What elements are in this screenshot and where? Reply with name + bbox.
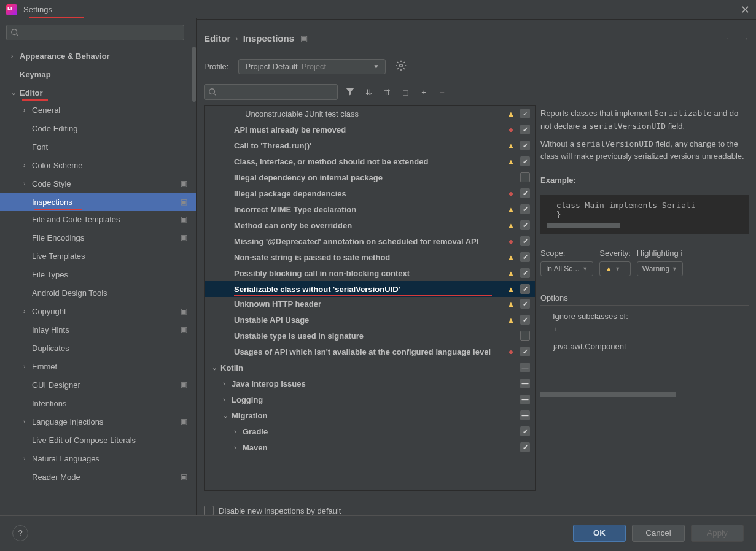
inspection-list[interactable]: Unconstructable JUnit test class▲✓API mu… xyxy=(204,105,536,491)
sidebar-item-emmet[interactable]: ›Emmet xyxy=(0,357,196,376)
scope-dropdown[interactable]: In All Sc…▼ xyxy=(540,261,593,276)
sidebar-item-general[interactable]: ›General xyxy=(0,101,196,119)
gear-icon[interactable] xyxy=(396,60,407,73)
add-icon[interactable]: + xyxy=(418,88,430,97)
inspection-row[interactable]: Incorrect MIME Type declaration▲✓ xyxy=(205,201,535,217)
severity-dropdown[interactable]: ▲▼ xyxy=(599,261,631,276)
sidebar-item-live-templates[interactable]: Live Templates xyxy=(0,247,196,265)
disable-checkbox[interactable] xyxy=(204,506,214,515)
sidebar-item-font[interactable]: Font xyxy=(0,137,196,156)
inspection-row[interactable]: Unknown HTTP header▲✓ xyxy=(205,296,535,312)
inspection-checkbox[interactable]: ✓ xyxy=(520,188,530,198)
inspection-checkbox[interactable]: ✓ xyxy=(520,284,530,294)
inspection-checkbox[interactable]: ✓ xyxy=(520,347,530,356)
inspection-row[interactable]: Method can only be overridden▲✓ xyxy=(205,217,535,233)
inspection-row[interactable]: Unconstructable JUnit test class▲✓ xyxy=(205,106,535,121)
sidebar-item-file-encodings[interactable]: File Encodings▣ xyxy=(0,228,196,247)
opt-add-icon[interactable]: + xyxy=(553,325,558,334)
example-scrollbar[interactable] xyxy=(547,223,620,228)
ok-button[interactable]: OK xyxy=(573,525,626,542)
inspection-row[interactable]: Non-safe string is passed to safe method… xyxy=(205,249,535,265)
nav-forward-icon[interactable]: → xyxy=(741,34,749,43)
reset-icon[interactable]: ◻ xyxy=(399,88,411,97)
opt-remove-icon[interactable]: − xyxy=(565,325,570,334)
inspection-checkbox[interactable]: — xyxy=(520,363,530,372)
sidebar-item-live-edit-of-compose-literals[interactable]: Live Edit of Compose Literals xyxy=(0,431,196,449)
settings-tree[interactable]: ›Appearance & BehaviorKeymap⌄Editor›Gene… xyxy=(0,47,196,515)
nav-back-icon[interactable]: ← xyxy=(725,34,733,43)
highlight-dropdown[interactable]: Warning▼ xyxy=(637,261,683,276)
inspection-checkbox[interactable]: ✓ xyxy=(520,252,530,262)
inspection-checkbox[interactable]: ✓ xyxy=(520,141,530,150)
inspection-checkbox[interactable]: ✓ xyxy=(520,442,530,452)
inspection-row[interactable]: ›Java interop issues— xyxy=(205,376,535,391)
sidebar-item-natural-languages[interactable]: ›Natural Languages xyxy=(0,449,196,468)
sidebar-item-reader-mode[interactable]: Reader Mode▣ xyxy=(0,468,196,486)
inspection-search-input[interactable] xyxy=(204,84,338,100)
inspection-row[interactable]: ›Logging— xyxy=(205,391,535,407)
sidebar-item-label: General xyxy=(32,106,60,115)
inspection-row[interactable]: Unstable API Usage▲✓ xyxy=(205,312,535,328)
sidebar-item-copyright[interactable]: ›Copyright▣ xyxy=(0,302,196,320)
sidebar-scrollbar[interactable] xyxy=(192,47,196,102)
sidebar-item-file-and-code-templates[interactable]: File and Code Templates▣ xyxy=(0,210,196,228)
chevron-icon: › xyxy=(23,107,32,114)
inspection-checkbox[interactable]: ✓ xyxy=(520,156,530,166)
collapse-all-icon[interactable]: ⇈ xyxy=(381,88,393,97)
inspection-checkbox[interactable]: ✓ xyxy=(520,426,530,436)
inspection-row[interactable]: Call to 'Thread.run()'▲✓ xyxy=(205,137,535,153)
inspection-row[interactable]: Unstable type is used in signature xyxy=(205,328,535,344)
sidebar-item-inlay-hints[interactable]: Inlay Hints▣ xyxy=(0,320,196,339)
inspection-checkbox[interactable]: ✓ xyxy=(520,315,530,325)
inspection-checkbox[interactable]: ✓ xyxy=(520,236,530,246)
inspection-row[interactable]: Class, interface, or method should not b… xyxy=(205,153,535,169)
sidebar-item-inspections[interactable]: Inspections▣ xyxy=(0,193,196,211)
remove-icon[interactable]: − xyxy=(436,88,448,97)
inspection-checkbox[interactable]: ✓ xyxy=(520,125,530,134)
inspection-checkbox[interactable]: ✓ xyxy=(520,220,530,230)
sidebar-item-code-style[interactable]: ›Code Style▣ xyxy=(0,174,196,193)
sidebar-item-keymap[interactable]: Keymap xyxy=(0,65,196,83)
inspection-row[interactable]: Illegal package dependencies●✓ xyxy=(205,185,535,201)
inspection-row[interactable]: Usages of API which isn't available at t… xyxy=(205,344,535,360)
inspection-row[interactable]: ⌄Kotlin— xyxy=(205,360,535,376)
sidebar-item-appearance-behavior[interactable]: ›Appearance & Behavior xyxy=(0,47,196,65)
expand-all-icon[interactable]: ⇊ xyxy=(362,88,375,97)
options-scrollbar[interactable] xyxy=(540,392,676,397)
sidebar-item-duplicates[interactable]: Duplicates xyxy=(0,339,196,357)
filter-icon[interactable] xyxy=(344,87,356,98)
inspection-row[interactable]: Illegal dependency on internal package xyxy=(205,169,535,185)
error-icon: ● xyxy=(505,236,516,246)
help-icon[interactable]: ? xyxy=(12,525,28,541)
close-icon[interactable]: ✕ xyxy=(741,3,750,17)
inspection-checkbox[interactable] xyxy=(520,172,530,182)
inspection-checkbox[interactable]: — xyxy=(520,379,530,388)
sidebar-item-gui-designer[interactable]: GUI Designer▣ xyxy=(0,376,196,394)
inspection-checkbox[interactable]: ✓ xyxy=(520,204,530,214)
sidebar-item-android-design-tools[interactable]: Android Design Tools xyxy=(0,283,196,302)
inspection-row[interactable]: ›Maven✓ xyxy=(205,439,535,455)
inspection-row[interactable]: ⌄Migration— xyxy=(205,407,535,423)
inspection-checkbox[interactable]: — xyxy=(520,395,530,404)
inspection-checkbox[interactable]: ✓ xyxy=(520,109,530,118)
inspection-row[interactable]: Possibly blocking call in non-blocking c… xyxy=(205,265,535,281)
sidebar-item-file-types[interactable]: File Types xyxy=(0,265,196,283)
sidebar-item-language-injections[interactable]: ›Language Injections▣ xyxy=(0,412,196,431)
sidebar-item-intentions[interactable]: Intentions xyxy=(0,394,196,412)
sidebar-item-color-scheme[interactable]: ›Color Scheme xyxy=(0,156,196,174)
sidebar-item-code-editing[interactable]: Code Editing xyxy=(0,119,196,137)
inspection-checkbox[interactable]: — xyxy=(520,410,530,420)
inspection-checkbox[interactable] xyxy=(520,331,530,341)
inspection-checkbox[interactable]: ✓ xyxy=(520,268,530,278)
inspection-checkbox[interactable]: ✓ xyxy=(520,299,530,309)
inspection-label: Gradle xyxy=(243,427,505,436)
apply-button[interactable]: Apply xyxy=(691,525,744,542)
ignore-list-item[interactable]: java.awt.Component xyxy=(540,337,749,355)
profile-dropdown[interactable]: Project Default Project ▼ xyxy=(238,59,386,74)
cancel-button[interactable]: Cancel xyxy=(632,525,685,542)
sidebar-search-input[interactable] xyxy=(6,25,184,40)
inspection-row[interactable]: API must already be removed●✓ xyxy=(205,121,535,137)
inspection-label: Migration xyxy=(232,411,505,420)
inspection-row[interactable]: Missing '@Deprecated' annotation on sche… xyxy=(205,233,535,249)
inspection-row[interactable]: ›Gradle✓ xyxy=(205,423,535,439)
